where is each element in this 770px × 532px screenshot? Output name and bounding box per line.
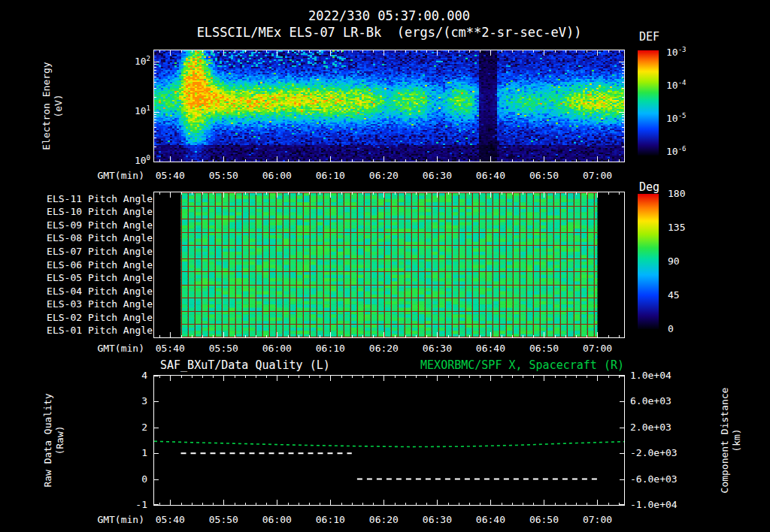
x-tick-label-panel2: 06:10: [312, 343, 348, 355]
x-tick-label-panel2: 06:50: [526, 343, 562, 355]
x-tick-label-panel2: 06:20: [365, 343, 402, 355]
tick-exponent: 0: [147, 154, 150, 162]
deg-colorbar-tick: 0: [668, 323, 701, 335]
spacecraft-title: MEXORBMC/SPF X, Spacecraft (R): [399, 359, 624, 372]
distance-axis-tick: 2.0e+03: [630, 422, 684, 434]
pitch-row-label: ELS-03 Pitch Angle: [44, 298, 153, 310]
distance-axis-tick: 6.0e+03: [630, 395, 684, 407]
electron-energy-label-line1: Electron Energy: [41, 62, 53, 150]
tick-mantissa: 10: [666, 113, 678, 124]
x-tick-label-panel1: 06:20: [365, 170, 402, 182]
energy-tick-label: 102: [117, 56, 150, 68]
line-frame: [153, 375, 625, 506]
quality-axis-label: Raw Data Quality (Raw): [42, 393, 66, 487]
pitch-frame: [153, 192, 625, 338]
pitch-row-label: ELS-11 Pitch Angle: [44, 193, 153, 205]
line-chart-canvas: [154, 376, 624, 505]
tick-exponent: -4: [678, 79, 687, 86]
gmt-axis-label-3: GMT(min): [81, 514, 144, 526]
distance-axis-tick: -1.0e+04: [630, 499, 684, 511]
def-colorbar: [638, 50, 659, 156]
x-tick-label-panel2: 05:50: [205, 343, 241, 355]
spectrogram-canvas: [154, 50, 624, 162]
x-tick-label-panel1: 06:10: [312, 170, 348, 182]
def-colorbar-tick: 10-4: [666, 80, 687, 92]
pitch-row-label: ELS-08 Pitch Angle: [44, 232, 153, 244]
x-tick-label-panel3: 07:00: [579, 514, 615, 526]
quality-axis-tick: 4: [114, 370, 147, 382]
def-colorbar-tick: 10-6: [666, 146, 687, 158]
tick-mantissa: 10: [666, 47, 678, 58]
tick-mantissa: 10: [135, 56, 147, 67]
tick-exponent: -5: [678, 112, 687, 119]
pitch-row-label: ELS-02 Pitch Angle: [44, 312, 153, 324]
deg-colorbar-tick: 135: [668, 222, 701, 234]
x-tick-label-panel3: 06:50: [526, 514, 562, 526]
tick-mantissa: 10: [135, 105, 147, 116]
quality-axis-tick: 3: [114, 395, 147, 407]
distance-axis-label: Component Distance (km): [719, 388, 743, 494]
x-tick-label-panel3: 05:50: [205, 514, 241, 526]
electron-energy-label-line2: (eV): [53, 62, 65, 150]
x-tick-label-panel3: 06:40: [472, 514, 508, 526]
tick-mantissa: 10: [666, 80, 678, 91]
pitch-row-label: ELS-06 Pitch Angle: [44, 259, 153, 271]
pitch-row-label: ELS-07 Pitch Angle: [44, 246, 153, 258]
x-tick-label-panel3: 06:30: [419, 514, 455, 526]
x-tick-label-panel1: 06:50: [526, 170, 562, 182]
pitch-row-label: ELS-04 Pitch Angle: [44, 286, 153, 298]
pitch-row-label: ELS-10 Pitch Angle: [44, 206, 153, 218]
tick-mantissa: 10: [666, 146, 678, 157]
x-tick-label-panel2: 05:40: [152, 343, 188, 355]
quality-title: SAF_BXuT/Data Quality (L): [160, 359, 330, 372]
x-tick-label-panel1: 06:40: [472, 170, 508, 182]
x-tick-label-panel3: 05:40: [152, 514, 188, 526]
quality-axis-tick: -1: [114, 499, 147, 511]
x-tick-label-panel1: 05:50: [205, 170, 241, 182]
def-colorbar-tick: 10-3: [666, 47, 687, 59]
deg-colorbar: [638, 194, 659, 329]
energy-tick-label: 101: [117, 105, 150, 117]
gmt-axis-label-1: GMT(min): [81, 170, 144, 182]
pitch-row-label: ELS-05 Pitch Angle: [44, 272, 153, 284]
x-tick-label-panel2: 06:40: [472, 343, 508, 355]
plot-subtitle: ELSSCIL/MEx ELS-07 LR-Bk (ergs/(cm**2-sr…: [154, 25, 624, 40]
quality-axis-tick: 0: [114, 473, 147, 485]
x-tick-label-panel3: 06:10: [312, 514, 348, 526]
x-tick-label-panel3: 06:00: [259, 514, 295, 526]
spectrogram-frame: [153, 50, 625, 162]
x-tick-label-panel2: 06:00: [259, 343, 295, 355]
def-colorbar-tick: 10-5: [666, 113, 687, 125]
quality-axis-tick: 2: [114, 422, 147, 434]
pitch-row-label: ELS-01 Pitch Angle: [44, 325, 153, 337]
energy-tick-label: 100: [117, 155, 150, 167]
x-tick-label-panel1: 06:30: [419, 170, 455, 182]
plot-window: 2022/330 05:37:00.000 ELSSCIL/MEx ELS-07…: [0, 0, 770, 532]
deg-colorbar-label: Deg: [639, 180, 659, 194]
distance-axis-tick: -2.0e+03: [630, 447, 684, 459]
x-tick-label-panel2: 06:30: [419, 343, 455, 355]
plot-title: 2022/330 05:37:00.000: [154, 8, 624, 23]
electron-energy-axis-label: Electron Energy (eV): [41, 62, 65, 150]
distance-axis-tick: 1.0e+04: [630, 370, 684, 382]
quality-axis-label-line1: Raw Data Quality: [42, 393, 54, 487]
tick-exponent: -6: [678, 145, 687, 153]
deg-colorbar-tick: 45: [668, 289, 701, 301]
x-tick-label-panel1: 05:40: [152, 170, 188, 182]
def-colorbar-label: DEF: [639, 30, 659, 44]
x-tick-label-panel2: 07:00: [579, 343, 615, 355]
gmt-axis-label-2: GMT(min): [81, 343, 144, 355]
tick-exponent: 1: [147, 104, 150, 112]
x-tick-label-panel3: 06:20: [365, 514, 402, 526]
distance-axis-tick: -6.0e+03: [630, 473, 684, 485]
pitch-canvas: [154, 192, 624, 337]
deg-colorbar-tick: 180: [668, 188, 701, 200]
quality-axis-label-line2: (Raw): [54, 393, 66, 487]
distance-axis-label-line1: Component Distance: [719, 388, 731, 494]
pitch-row-label: ELS-09 Pitch Angle: [44, 219, 153, 231]
x-tick-label-panel1: 07:00: [579, 170, 615, 182]
distance-axis-label-line2: (km): [731, 388, 743, 494]
tick-exponent: -3: [678, 46, 687, 53]
x-tick-label-panel1: 06:00: [259, 170, 295, 182]
deg-colorbar-tick: 90: [668, 255, 701, 268]
